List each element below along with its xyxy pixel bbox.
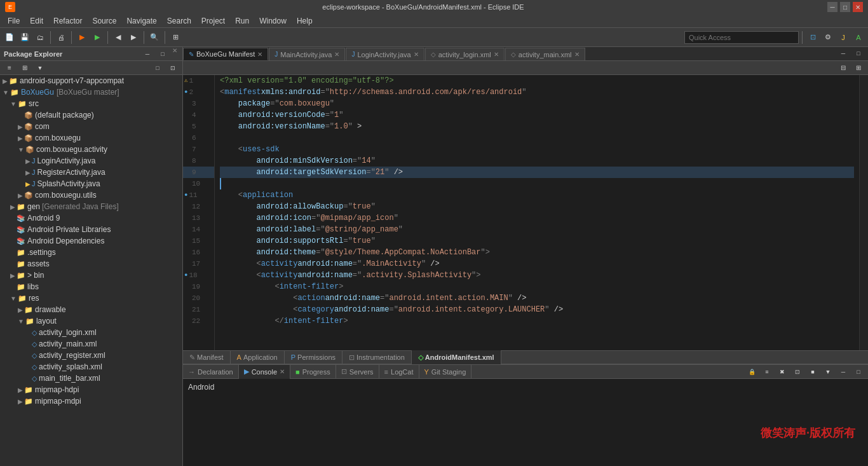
tree-android-deps[interactable]: ▶ 📚 Android Dependencies xyxy=(0,235,182,247)
tree-bin[interactable]: ▶ 📁 > bin xyxy=(0,270,182,281)
editor-minimize[interactable]: ─ xyxy=(836,47,850,60)
bottom-tab-servers[interactable]: ⊡ Servers xyxy=(336,365,379,379)
console-close[interactable]: ✕ xyxy=(280,368,285,375)
bottom-panel-filter[interactable]: ⊡ xyxy=(790,365,804,379)
toolbar-print[interactable]: 🖨 xyxy=(54,31,68,45)
tree-login-activity[interactable]: ▶ J LoginActivity.java xyxy=(0,155,182,167)
editor-right-scrollbar[interactable] xyxy=(859,75,868,350)
menu-window[interactable]: Window xyxy=(254,15,292,27)
link-editor[interactable]: ⊞ xyxy=(18,61,32,75)
toolbar-open-perspective[interactable]: ⊡ xyxy=(806,31,820,45)
manifest-tab-xml[interactable]: ◇ AndroidManifest.xml xyxy=(412,350,501,364)
bottom-panel-maximize[interactable]: □ xyxy=(851,365,865,379)
panel-close[interactable]: ✕ xyxy=(171,47,179,61)
toolbar-search[interactable]: 🔍 xyxy=(147,31,161,45)
bottom-tab-progress[interactable]: ■ Progress xyxy=(290,365,336,379)
tree-activity-splash-xml[interactable]: ▶ ◇ activity_splash.xml xyxy=(0,361,182,373)
menu-file[interactable]: File xyxy=(3,15,25,27)
collapse-all[interactable]: ≡ xyxy=(3,61,17,75)
fold-all[interactable]: ⊟ xyxy=(836,61,850,75)
bottom-panel-minimize[interactable]: 🔒 xyxy=(745,365,759,379)
tab-loginactivity[interactable]: J LoginActivity.java ✕ xyxy=(346,48,424,60)
menu-source[interactable]: Source xyxy=(87,15,121,27)
toolbar-debug[interactable]: ▶ xyxy=(75,31,89,45)
close-button[interactable]: ✕ xyxy=(853,2,863,12)
menu-help[interactable]: Help xyxy=(292,15,318,27)
toolbar-java[interactable]: J xyxy=(836,31,850,45)
menu-search[interactable]: Search xyxy=(162,15,196,27)
tab-mainactivity[interactable]: J MainActivity.java ✕ xyxy=(269,48,345,60)
manifest-tab-manifest[interactable]: ✎ Manifest xyxy=(183,350,231,364)
tab-close-activity-login[interactable]: ✕ xyxy=(494,51,499,58)
manifest-tab-application[interactable]: A Application xyxy=(231,350,285,364)
tab-close-manifest[interactable]: ✕ xyxy=(257,51,262,58)
bottom-panel-scroll[interactable]: ≡ xyxy=(760,365,774,379)
minimize-button[interactable]: ─ xyxy=(827,2,837,12)
bottom-panel-clear[interactable]: ✖ xyxy=(775,365,789,379)
unfold-all[interactable]: ⊞ xyxy=(851,61,865,75)
tree-main-title-bar-xml[interactable]: ▶ ◇ main_title_bar.xml xyxy=(0,373,182,384)
panel-minimize[interactable]: ─ xyxy=(140,47,154,61)
tab-close-activity-main[interactable]: ✕ xyxy=(574,51,580,58)
bottom-tab-console[interactable]: ▶ Console ✕ xyxy=(239,365,290,379)
tree-mipmap-hdpi[interactable]: ▶ 📁 mipmap-hdpi xyxy=(0,384,182,395)
tree-android9[interactable]: ▶ 📚 Android 9 xyxy=(0,212,182,224)
code-editor[interactable]: <?xml version="1.0" encoding="utf-8"?> <… xyxy=(215,75,859,350)
menu-run[interactable]: Run xyxy=(230,15,254,27)
bottom-tab-git-staging[interactable]: Y Git Staging xyxy=(419,365,472,379)
tree-mipmap-mdpi[interactable]: ▶ 📁 mipmap-mdpi xyxy=(0,395,182,407)
bottom-tab-logcat[interactable]: ≡ LogCat xyxy=(379,365,419,379)
tree-res[interactable]: ▼ 📁 res xyxy=(0,292,182,304)
tree-com[interactable]: ▶ 📦 com xyxy=(0,121,182,132)
maximize-panel[interactable]: ⊡ xyxy=(166,61,180,75)
toolbar-preferences[interactable]: ⚙ xyxy=(821,31,835,45)
manifest-tab-permissions[interactable]: P Permissions xyxy=(285,350,342,364)
menu-navigate[interactable]: Navigate xyxy=(121,15,161,27)
tab-close-login[interactable]: ✕ xyxy=(414,51,419,58)
tree-gen[interactable]: ▶ 📁 gen [Generated Java Files] xyxy=(0,201,182,212)
toolbar-save-all[interactable]: 🗂 xyxy=(33,31,47,45)
tree-com-boxuegu-activity[interactable]: ▼ 📦 com.boxuegu.activity xyxy=(0,144,182,155)
menu-refactor[interactable]: Refactor xyxy=(48,15,87,27)
tree-activity-register-xml[interactable]: ▶ ◇ activity_register.xml xyxy=(0,350,182,361)
maximize-button[interactable]: □ xyxy=(840,2,850,12)
tab-close-main[interactable]: ✕ xyxy=(334,51,339,58)
tree-libs[interactable]: ▶ 📁 libs xyxy=(0,281,182,292)
toolbar-forward[interactable]: ▶ xyxy=(126,31,140,45)
tree-com-boxuegu-utils[interactable]: ▶ 📦 com.boxuegu.utils xyxy=(0,189,182,201)
tree-drawable[interactable]: ▶ 📁 drawable xyxy=(0,304,182,315)
tree-android-support[interactable]: ▶ 📁 android-support-v7-appcompat xyxy=(0,75,182,86)
tree-activity-main-xml[interactable]: ▶ ◇ activity_main.xml xyxy=(0,338,182,350)
tree-android-private-libs[interactable]: ▶ 📚 Android Private Libraries xyxy=(0,224,182,235)
tree-src[interactable]: ▼ 📁 src xyxy=(0,98,182,109)
toolbar-perspective[interactable]: ⊞ xyxy=(168,31,182,45)
tree-assets[interactable]: ▶ 📁 assets xyxy=(0,258,182,270)
tree-splash-activity[interactable]: ▶ J SplashActivity.java xyxy=(0,178,182,189)
panel-maximize[interactable]: □ xyxy=(156,47,170,61)
menu-project[interactable]: Project xyxy=(196,15,230,27)
view-menu[interactable]: ▼ xyxy=(33,61,47,75)
quick-access-input[interactable] xyxy=(684,31,799,44)
tree-boxuegu[interactable]: ▼ 📁 BoXueGu [BoXueGu master] xyxy=(0,86,182,98)
tab-boxuegu-manifest[interactable]: ✎ BoXueGu Manifest ✕ xyxy=(183,48,268,60)
tab-activity-main-xml[interactable]: ◇ activity_main.xml ✕ xyxy=(505,48,585,60)
tree-layout[interactable]: ▼ 📁 layout xyxy=(0,315,182,327)
toolbar-save[interactable]: 💾 xyxy=(18,31,32,45)
menu-edit[interactable]: Edit xyxy=(25,15,48,27)
tree-register-activity[interactable]: ▶ J RegisterActivity.java xyxy=(0,167,182,178)
toolbar-run[interactable]: ▶ xyxy=(90,31,104,45)
bottom-tab-declaration[interactable]: → Declaration xyxy=(183,365,239,379)
tree-settings[interactable]: ▶ 📁 .settings xyxy=(0,247,182,258)
tree-default-package[interactable]: ▶ 📦 (default package) xyxy=(0,109,182,121)
bottom-panel-btn2[interactable]: ▼ xyxy=(821,365,835,379)
restore-panel[interactable]: □ xyxy=(151,61,165,75)
bottom-panel-restore[interactable]: ─ xyxy=(836,365,850,379)
toolbar-new[interactable]: 📄 xyxy=(3,31,17,45)
tab-activity-login-xml[interactable]: ◇ activity_login.xml ✕ xyxy=(425,48,505,60)
tree-activity-login-xml[interactable]: ▶ ◇ activity_login.xml xyxy=(0,327,182,338)
toolbar-back[interactable]: ◀ xyxy=(111,31,125,45)
manifest-tab-instrumentation[interactable]: ⊡ Instrumentation xyxy=(342,350,412,364)
toolbar-android[interactable]: A xyxy=(851,31,865,45)
editor-maximize[interactable]: □ xyxy=(851,47,865,60)
bottom-panel-btn1[interactable]: ■ xyxy=(806,365,820,379)
